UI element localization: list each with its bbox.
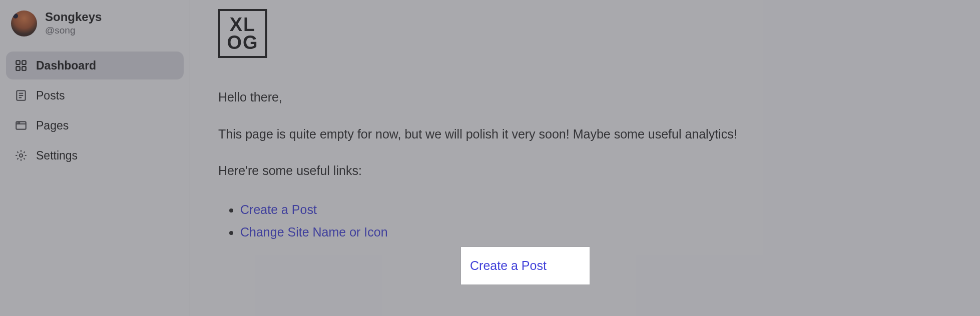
links-intro-text: Here're some useful links:	[218, 162, 952, 180]
pages-icon	[14, 118, 28, 132]
sidebar-item-label: Pages	[36, 119, 69, 132]
dashboard-icon	[14, 58, 28, 72]
useful-links-list: Create a Post Change Site Name or Icon	[218, 202, 952, 240]
highlighted-link-label: Create a Post	[470, 258, 547, 273]
svg-point-11	[19, 123, 20, 124]
svg-point-12	[20, 154, 23, 158]
avatar	[11, 10, 37, 36]
sidebar-item-posts[interactable]: Posts	[6, 82, 184, 110]
list-item: Create a Post	[240, 202, 952, 217]
settings-icon	[14, 148, 28, 162]
sidebar-item-label: Settings	[36, 149, 78, 162]
body-text: This page is quite empty for now, but we…	[218, 125, 952, 144]
sidebar-item-label: Dashboard	[36, 59, 96, 72]
username: Songkeys	[45, 10, 102, 24]
logo: XL OG	[218, 9, 267, 58]
sidebar: Songkeys @song Dashboard	[0, 0, 190, 316]
list-item: Change Site Name or Icon	[240, 225, 952, 240]
svg-rect-2	[16, 67, 20, 71]
logo-line-2: OG	[227, 34, 258, 52]
svg-point-10	[18, 123, 19, 124]
sidebar-item-label: Posts	[36, 89, 65, 102]
nav-list: Dashboard Posts	[6, 52, 184, 170]
change-site-link[interactable]: Change Site Name or Icon	[240, 225, 388, 239]
greeting-text: Hello there,	[218, 88, 952, 107]
svg-rect-0	[16, 61, 20, 65]
highlighted-link-box[interactable]: Create a Post	[461, 247, 590, 284]
svg-rect-3	[22, 67, 26, 71]
sidebar-item-settings[interactable]: Settings	[6, 142, 184, 170]
svg-rect-1	[22, 61, 26, 65]
sidebar-item-dashboard[interactable]: Dashboard	[6, 52, 184, 80]
user-handle: @song	[45, 24, 102, 37]
user-section[interactable]: Songkeys @song	[6, 6, 184, 40]
logo-line-1: XL	[227, 16, 258, 34]
sidebar-item-pages[interactable]: Pages	[6, 112, 184, 140]
posts-icon	[14, 88, 28, 102]
create-post-link[interactable]: Create a Post	[240, 202, 317, 216]
